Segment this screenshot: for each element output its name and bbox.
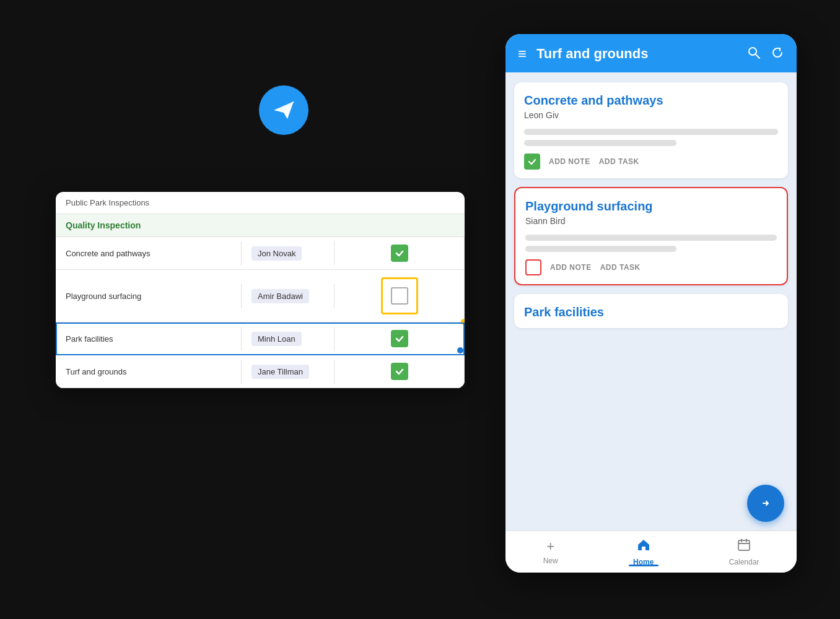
row-status[interactable] (335, 355, 465, 387)
add-task-button[interactable]: ADD TASK (599, 157, 639, 166)
logo-circle (259, 85, 308, 135)
blue-dot-indicator (457, 347, 463, 353)
row-label: Turf and grounds (56, 360, 242, 384)
row-status[interactable] (335, 322, 465, 355)
row-assignee: Minh Loan (242, 327, 335, 351)
checkmark-icon (395, 248, 405, 258)
checkbox-green[interactable] (524, 154, 540, 170)
name-tag: Jon Novak (252, 246, 302, 261)
refresh-svg (771, 46, 784, 59)
row-assignee: Amir Badawi (242, 284, 335, 308)
row-status[interactable] (335, 270, 465, 322)
nav-item-home[interactable]: Home (633, 537, 654, 566)
row-label: Park facilities (56, 327, 242, 351)
bottom-nav: + New Home Calendar (505, 530, 797, 573)
table-row-selected[interactable]: Park facilities Minh Loan (56, 322, 465, 355)
nav-label-calendar: Calendar (729, 558, 759, 566)
card-subtitle: Siann Bird (525, 216, 777, 226)
calendar-svg (737, 537, 751, 552)
card-line-1 (524, 129, 778, 135)
add-note-button[interactable]: ADD NOTE (549, 157, 590, 166)
add-task-button[interactable]: ADD TASK (600, 263, 641, 272)
card-actions: ADD NOTE ADD TASK (524, 154, 778, 170)
card-playground-surfacing[interactable]: Playground surfacing Siann Bird ADD NOTE… (514, 187, 788, 285)
mobile-content: Concrete and pathways Leon Giv ADD NOTE … (505, 72, 797, 526)
card-concrete-pathways[interactable]: Concrete and pathways Leon Giv ADD NOTE … (514, 82, 788, 178)
row-label: Concrete and pathways (56, 241, 242, 266)
card-park-facilities[interactable]: Park facilities (514, 294, 788, 328)
card-line-1 (525, 235, 777, 241)
card-title: Concrete and pathways (524, 93, 778, 108)
nav-label-new: New (543, 556, 558, 565)
checkmark-icon (395, 366, 405, 376)
mobile-header: ≡ Turf and grounds (505, 34, 797, 72)
checkbox-checked[interactable] (391, 363, 408, 380)
checkbox-checked[interactable] (391, 245, 408, 262)
section-header: Quality Inspection (56, 214, 465, 237)
fab-arrow-icon (757, 495, 774, 512)
home-icon (636, 537, 651, 556)
search-icon[interactable] (747, 46, 761, 63)
svg-rect-3 (738, 540, 750, 550)
name-tag: Amir Badawi (252, 289, 309, 303)
checkbox-unchecked-yellow[interactable] (381, 277, 418, 314)
svg-line-1 (756, 54, 759, 58)
nav-item-calendar[interactable]: Calendar (729, 537, 759, 566)
mobile-title: Turf and grounds (536, 46, 737, 62)
plus-icon: + (546, 539, 554, 555)
mobile-panel: ≡ Turf and grounds Concrete and pathways… (505, 34, 797, 573)
card-title: Park facilities (524, 305, 778, 319)
card-line-2 (524, 140, 676, 146)
home-svg (636, 537, 651, 552)
fab-button[interactable] (747, 485, 784, 522)
add-note-button[interactable]: ADD NOTE (550, 263, 592, 272)
card-line-2 (525, 246, 676, 252)
app-logo (259, 85, 308, 135)
spreadsheet-panel: Public Park Inspections Quality Inspecti… (56, 192, 465, 388)
card-subtitle: Leon Giv (524, 110, 778, 120)
table-row[interactable]: Turf and grounds Jane Tillman (56, 355, 465, 388)
refresh-icon[interactable] (771, 46, 784, 63)
row-label: Playground surfacing (56, 284, 242, 308)
name-tag: Jane Tillman (252, 365, 309, 379)
header-actions (747, 46, 784, 63)
menu-icon[interactable]: ≡ (518, 45, 527, 63)
breadcrumb: Public Park Inspections (56, 192, 465, 214)
row-assignee: Jane Tillman (242, 360, 335, 384)
nav-item-new[interactable]: + New (543, 539, 558, 565)
name-tag: Minh Loan (252, 332, 302, 346)
paper-plane-icon (270, 97, 297, 124)
search-svg (747, 46, 761, 59)
checkbox-red[interactable] (525, 259, 541, 275)
row-status[interactable] (335, 237, 465, 269)
svg-point-0 (749, 48, 756, 55)
card-title: Playground surfacing (525, 199, 777, 214)
checkmark-icon (528, 157, 536, 166)
card-actions: ADD NOTE ADD TASK (525, 259, 777, 275)
calendar-icon (737, 537, 751, 556)
nav-active-indicator (629, 565, 658, 566)
row-assignee: Jon Novak (242, 241, 335, 266)
checkbox-inner (391, 287, 408, 305)
checkbox-checked[interactable] (391, 330, 408, 347)
table-row[interactable]: Concrete and pathways Jon Novak (56, 237, 465, 270)
checkmark-icon (395, 334, 405, 344)
table-row[interactable]: Playground surfacing Amir Badawi (56, 270, 465, 322)
